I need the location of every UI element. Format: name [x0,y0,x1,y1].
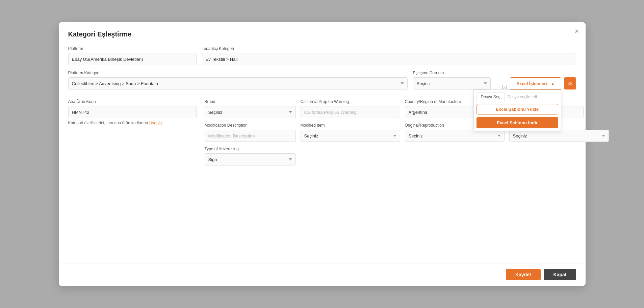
type-advertising-select[interactable]: Sign [205,153,296,165]
esleme-label: Eşleşme Durumu [413,71,491,75]
platform-group: Platform [68,46,197,65]
modal-overlay: × Kategori Eşleştirme Platform Tedarikçi… [0,0,644,308]
modified-item-select[interactable]: Seçiniz [301,130,400,142]
excel-sablon-yukle-button[interactable]: Excel Şablonu Yükle [476,104,558,114]
esleme-select[interactable]: Seçiniz [413,77,491,89]
chevron-up-icon: ▲ [551,81,555,85]
excel-dropdown-top: Dosya Seç Dosya seçilmedi [476,93,558,101]
apply-link[interactable]: Uygula [149,121,162,125]
excel-dropdown: Dosya Seç Dosya seçilmedi Excel Şablonu … [473,89,561,131]
ana-urun-left: Ana Ürün Kodu Kategori özelliklerini, tü… [68,99,197,125]
mod-desc-label: Modification Description [205,123,296,128]
excel-area: 1-1 Excel İşlemleri ▲ Dosya Seç Dosya se… [501,77,576,89]
row-kategori: Platform Kategori Collectibles > Adverti… [68,71,576,89]
tedarikci-label: Tedarikçi Kategori [202,46,576,51]
kaydet-button[interactable]: Kaydet [506,269,541,280]
brand-group: Brand Seçiniz [205,99,296,118]
modified-item-label: Modified Item [301,123,400,128]
excel-islemleri-label: Excel İşlemleri [516,81,547,86]
fields-row-3: Type of Advertising Sign [205,147,609,165]
type-advertising-label: Type of Advertising [205,147,296,151]
modal: × Kategori Eşleştirme Platform Tedarikçi… [59,22,586,286]
modal-footer: Kaydet Kapat [59,263,586,286]
gear-icon: ⚙ [568,80,572,87]
row-platform: Platform Tedarikçi Kategori [68,46,576,65]
modal-title: Kategori Eşleştirme [68,30,576,38]
dosya-sec-button[interactable]: Dosya Seç [476,93,505,101]
original-repro-select[interactable]: Seçiniz [405,130,505,142]
platform-kategori-label: Platform Kategori [68,71,408,75]
modified-item-group: Modified Item Seçiniz [301,123,400,142]
gear-button[interactable]: ⚙ [564,77,576,89]
mod-desc-group: Modification Description [205,123,296,142]
platform-kategori-group: Platform Kategori Collectibles > Adverti… [68,71,408,89]
apply-text-row: Kategori özelliklerini, tüm ana ürün kod… [68,120,197,125]
tedarikci-group: Tedarikçi Kategori [202,46,576,65]
brand-select[interactable]: Seçiniz [205,106,296,118]
dosya-secilmedi-text: Dosya seçilmedi [508,95,537,99]
platform-kategori-select[interactable]: Collectibles > Advertising > Soda > Foun… [68,77,408,89]
ana-urun-group: Ana Ürün Kodu [68,99,197,118]
excel-islemleri-button[interactable]: Excel İşlemleri ▲ [510,77,561,89]
excel-sablon-indir-button[interactable]: Excel Şablonu İndir [476,117,558,128]
california-group: California Prop 65 Warning [301,99,400,118]
ana-urun-input[interactable] [68,106,197,118]
close-button[interactable]: × [575,28,579,34]
ana-urun-label: Ana Ürün Kodu [68,99,197,104]
california-label: California Prop 65 Warning [301,99,400,104]
page-info: 1-1 [501,85,507,89]
mod-desc-input[interactable] [205,130,296,142]
kapat-button[interactable]: Kapat [544,269,576,280]
theme-select[interactable]: Seçiniz [509,130,609,142]
excel-btn-group: Excel İşlemleri ▲ Dosya Seç Dosya seçilm… [510,77,561,89]
esleme-group: Eşleşme Durumu Seçiniz [413,71,491,89]
apply-text: Kategori özelliklerini, tüm ana ürün kod… [68,121,148,125]
brand-label: Brand [205,99,296,104]
tedarikci-input[interactable] [202,53,576,65]
california-input[interactable] [301,106,400,118]
platform-input[interactable] [68,53,197,65]
platform-label: Platform [68,46,197,51]
type-advertising-group: Type of Advertising Sign [205,147,296,165]
